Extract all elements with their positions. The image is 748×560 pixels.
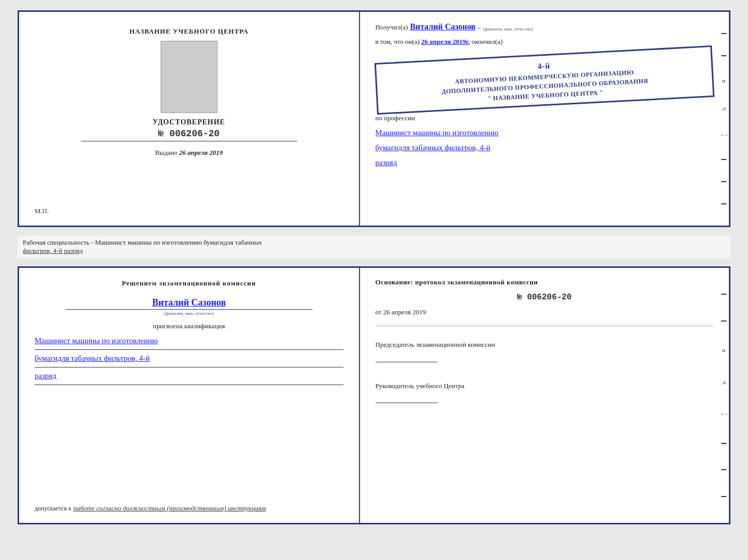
in-that-label: в том, что он(а) (376, 38, 420, 45)
issued-line: Выдано 26 апреля 2019 (155, 149, 223, 157)
date-prefix: от (376, 308, 382, 316)
b-side-а: ,а (722, 379, 726, 385)
description-text1: Рабочая специальность - Машинист машины … (23, 238, 725, 247)
side-а: ,а (722, 105, 726, 111)
protocol-number: № 006206-20 (376, 293, 713, 302)
name-underline (66, 309, 313, 310)
recipient-name: Виталий Сазонов (410, 22, 476, 31)
chairman-section: Председатель экзаменационной комиссии (376, 340, 713, 362)
bottom-left-panel: Решением экзаменационной комиссии Витали… (19, 268, 360, 523)
recipient-line: Получил(а) Виталий Сазонов – (фамилия, и… (376, 22, 713, 31)
allowed-prefix: допускается к (35, 505, 71, 512)
allowed-text: работе согласно должностным (производств… (73, 504, 266, 512)
mp-label: М.П. (35, 207, 49, 215)
recipient-hint: (фамилия, имя, отчество) (483, 26, 533, 31)
qual-line1: Машинист машины по изготовлению (35, 337, 344, 345)
qualification-label: присвоена квалификация (35, 322, 344, 330)
description-line1: Рабочая специальность - Машинист машины … (23, 238, 262, 246)
issued-date: 26 апреля 2019 (179, 149, 223, 156)
b-dash-1 (721, 294, 726, 295)
chairman-sig-line (376, 352, 438, 362)
finished-label: окончил(а) (472, 38, 503, 45)
cert-number: № 006206-20 (153, 129, 225, 139)
cert-right-panel: Получил(а) Виталий Сазонов – (фамилия, и… (360, 12, 729, 226)
basis-title: Основание: протокол экзаменационной коми… (376, 278, 713, 286)
b-side-к: ←- (720, 411, 728, 417)
cert-number-section: УДОСТОВЕРЕНИЕ № 006206-20 (153, 118, 225, 139)
protocol-date: 26 апреля 2019 (383, 308, 426, 316)
cert-title: УДОСТОВЕРЕНИЕ (153, 118, 225, 126)
completion-date: 26 апреля 2019г. (421, 38, 470, 45)
description-text2: фильтров, 4-й разряд (23, 247, 725, 255)
chairman-title: Председатель экзаменационной комиссии (376, 340, 713, 350)
profession-line3: разряд (376, 158, 713, 167)
profession-label: по профессии (376, 114, 713, 122)
side-и: и (722, 77, 725, 84)
side-dashes: и ,а ←- (719, 12, 729, 226)
profession-line1: Машинист машины по изготовлению (376, 129, 713, 137)
in-that-line: в том, что он(а) 26 апреля 2019г. окончи… (376, 38, 713, 46)
divider-line (81, 141, 297, 141)
dash-3 (721, 159, 726, 160)
bottom-side-dashes: и ,а ←- (719, 268, 729, 523)
dash-4 (721, 181, 726, 182)
bottom-name: Виталий Сазонов (152, 297, 226, 308)
issued-label: Выдано (155, 149, 177, 156)
qual-divider2 (35, 367, 344, 367)
name-section: Виталий Сазонов (фамилия, имя, отчество) (35, 297, 344, 316)
b-side-и: и (722, 347, 725, 353)
director-sig-line (376, 393, 438, 403)
dash-1 (721, 33, 726, 34)
b-dash-4 (721, 469, 726, 470)
director-title: Руководитель учебного Центра (376, 381, 713, 391)
photo-placeholder (161, 41, 217, 113)
received-prefix: Получил(а) (376, 23, 408, 31)
bottom-document: Решением экзаменационной комиссии Витали… (18, 266, 730, 524)
allowed-section: допускается к работе согласно должностны… (35, 493, 344, 513)
qual-line2: бумагидля табачных фильтров, 4-й (35, 354, 344, 363)
profession-line2: бумагидля табачных фильтров, 4-й (376, 143, 713, 152)
qual-divider3 (35, 385, 344, 385)
qual-divider1 (35, 349, 344, 350)
description-bar: Рабочая специальность - Машинист машины … (18, 235, 730, 258)
director-section: Руководитель учебного Центра (376, 381, 713, 404)
date-line: от 26 апреля 2019 (376, 308, 713, 316)
divider (376, 326, 713, 326)
qual-line3: разряд (35, 372, 344, 380)
dash-2 (721, 55, 726, 56)
side-к: ←- (720, 132, 728, 138)
stamp-box: 4-й АВТОНОМНУЮ НЕКОММЕРЧЕСКУЮ ОРГАНИЗАЦИ… (374, 45, 714, 115)
top-document: НАЗВАНИЕ УЧЕБНОГО ЦЕНТРА УДОСТОВЕРЕНИЕ №… (18, 10, 730, 227)
commission-title: Решением экзаменационной комиссии (35, 278, 344, 289)
b-dash-2 (721, 321, 726, 322)
dash-5 (721, 203, 726, 204)
name-hint: (фамилия, имя, отчество) (35, 311, 344, 316)
b-dash-3 (721, 443, 726, 444)
cert-left-panel: НАЗВАНИЕ УЧЕБНОГО ЦЕНТРА УДОСТОВЕРЕНИЕ №… (19, 12, 360, 226)
school-name-header: НАЗВАНИЕ УЧЕБНОГО ЦЕНТРА (129, 27, 248, 36)
b-dash-5 (721, 496, 726, 497)
bottom-right-panel: Основание: протокол экзаменационной коми… (360, 268, 729, 523)
